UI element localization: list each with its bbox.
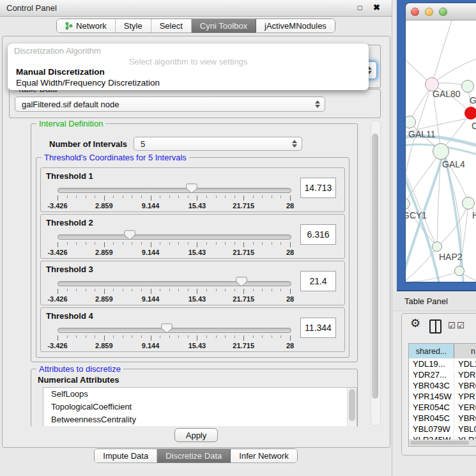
- network-node-hap2[interactable]: [432, 242, 442, 252]
- table-row[interactable]: YDL19...YDL1: [409, 358, 476, 369]
- slider-thumb-icon: [236, 277, 247, 287]
- number-of-intervals-value: 5: [141, 139, 145, 149]
- bottom-tab-discretize-data[interactable]: Discretize Data: [157, 449, 231, 463]
- network-node-gal4[interactable]: [433, 143, 449, 160]
- tab-jactivemnodules[interactable]: jActiveMNodules: [256, 19, 335, 33]
- slider-thumb[interactable]: [236, 277, 247, 287]
- algorithm-group-title: Discretization Algorithm: [14, 46, 101, 56]
- attribute-item-topologicalcoefficient[interactable]: TopologicalCoefficient: [43, 401, 357, 413]
- table-row[interactable]: YBL079WYBL0: [409, 424, 476, 434]
- bottom-tab-impute-data[interactable]: Impute Data: [95, 449, 157, 463]
- threshold-slider[interactable]: -3.4262.8599.14415.4321.71528: [58, 277, 290, 303]
- table-row[interactable]: YPR145WYPR1: [409, 391, 476, 402]
- bottom-tab-bar: Impute DataDiscretize DataInfer Network: [0, 449, 392, 463]
- table-data-group: Table Data galFiltered.sif default node: [9, 89, 381, 118]
- threshold-panel-4: Threshold 4-3.4262.8599.14415.4321.71528…: [40, 307, 345, 352]
- tab-label: jActiveMNodules: [265, 21, 326, 31]
- cell-name[interactable]: YBL0: [454, 424, 476, 434]
- zoom-traffic-light-icon[interactable]: [439, 8, 447, 16]
- apply-button[interactable]: Apply: [174, 428, 218, 442]
- tick-label: 21.715: [233, 295, 254, 303]
- cell-name[interactable]: YER0: [454, 403, 476, 412]
- threshold-value-field[interactable]: 14.713: [300, 178, 336, 198]
- node-label: H: [472, 210, 476, 220]
- column-header-shared-name[interactable]: shared...: [409, 344, 454, 358]
- tab-select[interactable]: Select: [151, 19, 192, 33]
- network-canvas[interactable]: GAL80 GA C GAL11 GAL4 GCY1 H HAP2: [406, 20, 476, 282]
- network-node-red-selected[interactable]: [464, 107, 476, 119]
- attributes-scrollbar[interactable]: [347, 388, 357, 426]
- top-tab-group: NetworkStyleSelectCyni ToolboxjActiveMNo…: [56, 19, 335, 33]
- tab-label: Impute Data: [103, 451, 148, 461]
- table-hscrollbar-thumb[interactable]: [410, 441, 469, 445]
- attributes-scrollbar-thumb[interactable]: [349, 389, 355, 421]
- tab-network[interactable]: Network: [57, 19, 116, 33]
- tick-labels: -3.4262.8599.14415.4321.71528: [58, 249, 290, 256]
- column-header-name[interactable]: n: [454, 344, 476, 358]
- numerical-attributes-listbox[interactable]: SelfLoopsTopologicalCoefficientBetweenne…: [43, 387, 357, 426]
- cell-name[interactable]: YDR2: [454, 370, 476, 380]
- float-window-icon[interactable]: □: [358, 3, 362, 12]
- close-traffic-light-icon[interactable]: [411, 8, 419, 16]
- settings-scrollbar-thumb[interactable]: [372, 134, 378, 399]
- threshold-slider[interactable]: -3.4262.8599.14415.4321.71528: [58, 230, 290, 257]
- threshold-value-field[interactable]: 21.4: [300, 271, 336, 291]
- table-horizontal-scrollbar[interactable]: [409, 440, 476, 446]
- table-row[interactable]: YBR043CYBR0: [409, 380, 476, 391]
- tab-cyni-toolbox[interactable]: Cyni Toolbox: [192, 19, 256, 33]
- slider-thumb[interactable]: [186, 183, 197, 194]
- dropdown-option-manual-discretization[interactable]: Manual Discretization: [16, 67, 105, 77]
- table-row[interactable]: YBR045CYBR0: [409, 413, 476, 424]
- cell-name[interactable]: YBR0: [454, 413, 476, 423]
- control-panel: Control Panel □ ✖ NetworkStyleSelectCyni…: [0, 0, 392, 476]
- threshold-slider[interactable]: -3.4262.8599.14415.4321.71528: [58, 183, 290, 210]
- cell-name[interactable]: YPR1: [454, 392, 476, 401]
- network-window-titlebar: [406, 3, 476, 20]
- table-body: YDL19...YDL1YDR27...YDR2YBR043CYBR0YPR14…: [409, 358, 476, 440]
- attribute-item-selfloops[interactable]: SelfLoops: [43, 388, 357, 401]
- table-data-combobox[interactable]: galFiltered.sif default node: [15, 96, 325, 112]
- cell-shared-name[interactable]: YBL079W: [409, 424, 454, 434]
- slider-thumb[interactable]: [124, 230, 135, 240]
- tick-label: 2.859: [95, 342, 113, 349]
- table-row[interactable]: YER054CYER0: [409, 402, 476, 413]
- cell-shared-name[interactable]: YDR27...: [409, 370, 454, 380]
- number-of-intervals-combobox[interactable]: 5: [134, 137, 302, 151]
- threshold-value-field[interactable]: 6.316: [300, 224, 336, 245]
- cell-shared-name[interactable]: YER054C: [409, 403, 454, 412]
- table-panel-title: Table Panel: [404, 296, 448, 306]
- cell-shared-name[interactable]: YBR045C: [409, 413, 454, 423]
- cell-name[interactable]: YDL1: [454, 359, 476, 369]
- network-node-partial-bottom[interactable]: [454, 266, 464, 276]
- checkbox-icon[interactable]: ☑: [457, 321, 464, 330]
- cell-shared-name[interactable]: YBR043C: [409, 381, 454, 390]
- slider-thumb[interactable]: [161, 323, 173, 334]
- threshold-value-field[interactable]: 11.344: [300, 318, 336, 338]
- tick-label: 21.715: [233, 249, 254, 256]
- settings-vertical-scrollbar[interactable]: [371, 120, 381, 426]
- checkbox-icon[interactable]: ☑: [448, 321, 456, 330]
- gear-icon[interactable]: ⚙: [410, 318, 420, 329]
- columns-icon[interactable]: [429, 319, 441, 334]
- dropdown-option-equal-width-frequency[interactable]: Equal Width/Frequency Discretization: [16, 78, 160, 88]
- numerical-attributes-label: Numerical Attributes: [38, 375, 119, 385]
- tick-label: 28: [286, 202, 294, 210]
- network-node-partial-top-right[interactable]: [461, 80, 474, 93]
- tab-label: Cyni Toolbox: [200, 21, 247, 31]
- cell-name[interactable]: YBR0: [454, 381, 476, 390]
- network-node-partial-right[interactable]: [462, 197, 475, 210]
- threshold-label: Threshold 1: [46, 171, 93, 181]
- attribute-item-betweennesscentrality[interactable]: BetweennessCentrality: [43, 413, 357, 426]
- table-row[interactable]: YDR27...YDR2: [409, 369, 476, 380]
- threshold-slider[interactable]: -3.4262.8599.14415.4321.71528: [58, 323, 290, 350]
- slider-thumb-icon: [124, 230, 135, 240]
- bottom-tab-infer-network[interactable]: Infer Network: [231, 449, 296, 463]
- minimize-traffic-light-icon[interactable]: [425, 8, 433, 16]
- cell-shared-name[interactable]: YDL19...: [409, 359, 454, 369]
- screen: Control Panel □ ✖ NetworkStyleSelectCyni…: [0, 0, 476, 476]
- tab-label: Infer Network: [239, 451, 288, 461]
- node-attribute-table: shared... n YDL19...YDL1YDR27...YDR2YBR0…: [408, 343, 476, 447]
- cell-shared-name[interactable]: YPR145W: [409, 392, 454, 401]
- tab-style[interactable]: Style: [116, 19, 151, 33]
- close-icon[interactable]: ✖: [373, 3, 380, 12]
